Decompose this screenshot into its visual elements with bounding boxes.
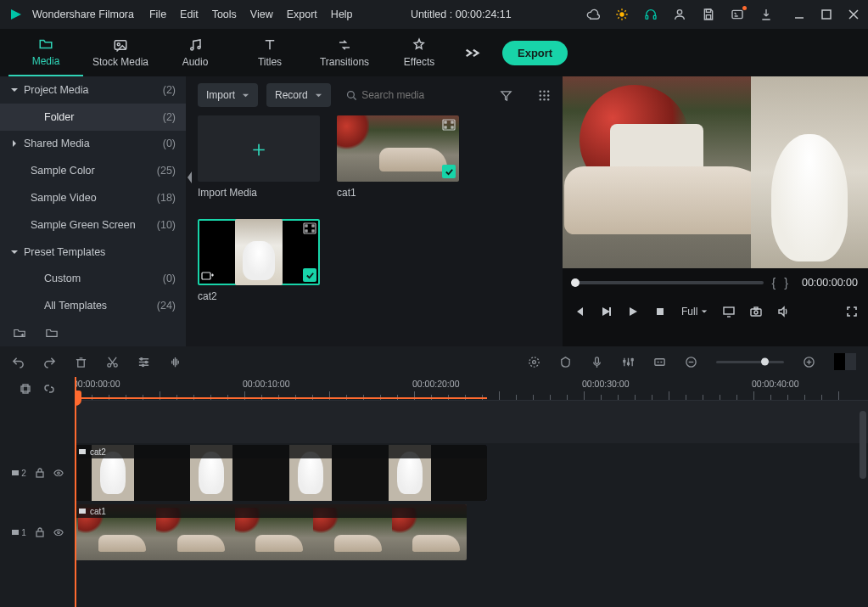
display-icon[interactable] xyxy=(723,306,735,318)
timeline-view-toggle[interactable] xyxy=(834,353,856,370)
save-icon[interactable] xyxy=(702,8,715,21)
eye-icon[interactable] xyxy=(53,469,64,477)
link-icon[interactable] xyxy=(43,383,55,395)
match-cut-icon[interactable] xyxy=(20,383,31,395)
grid-view-icon[interactable] xyxy=(538,89,551,102)
sidebar-item-sample-color[interactable]: Sample Color (25) xyxy=(0,157,186,184)
eye-icon[interactable] xyxy=(53,529,64,537)
render-icon[interactable] xyxy=(528,356,540,368)
more-tabs-icon[interactable] xyxy=(463,48,482,59)
prev-frame-icon[interactable] xyxy=(573,306,585,318)
sidebar-item-custom[interactable]: Custom (0) xyxy=(0,266,186,293)
idea-icon[interactable] xyxy=(615,8,629,21)
fullscreen-icon[interactable] xyxy=(846,306,858,318)
zoom-slider[interactable] xyxy=(716,361,784,363)
sidebar-item-sample-video[interactable]: Sample Video (18) xyxy=(0,184,186,211)
user-icon[interactable] xyxy=(673,8,686,21)
svg-point-68 xyxy=(57,531,59,534)
track-row-2[interactable]: cat2 xyxy=(75,443,868,503)
stop-icon[interactable] xyxy=(654,306,666,318)
sidebar-item-all-templates[interactable]: All Templates (24) xyxy=(0,292,186,319)
headphones-icon[interactable] xyxy=(644,8,658,21)
clip-cat1[interactable]: cat1 xyxy=(75,504,467,560)
svg-rect-36 xyxy=(202,273,210,279)
sidebar-item-shared-media[interactable]: Shared Media (0) xyxy=(0,131,186,158)
marker-icon[interactable] xyxy=(559,356,572,368)
search-input[interactable] xyxy=(339,83,491,107)
volume-icon[interactable] xyxy=(777,306,789,318)
clip-cat2[interactable]: cat2 xyxy=(75,445,487,501)
record-dropdown[interactable]: Record xyxy=(266,83,331,107)
export-button[interactable]: Export xyxy=(502,41,568,65)
tab-transitions[interactable]: Transitions xyxy=(307,29,382,76)
sidebar-item-preset-templates[interactable]: Preset Templates xyxy=(0,239,186,266)
lock-icon[interactable] xyxy=(35,527,45,537)
folder-icon[interactable] xyxy=(46,327,58,339)
preview-panel: { } 00:00:00:00 Full xyxy=(563,76,868,346)
collapse-handle-icon[interactable] xyxy=(185,170,193,185)
close-icon[interactable] xyxy=(848,8,860,20)
adjust-icon[interactable] xyxy=(137,356,150,368)
search-field[interactable] xyxy=(361,89,484,101)
svg-point-45 xyxy=(114,363,117,367)
tab-audio[interactable]: Audio xyxy=(158,29,232,76)
new-folder-icon[interactable] xyxy=(14,327,25,339)
menu-tools[interactable]: Tools xyxy=(212,8,237,20)
sidebar-item-sample-green-screen[interactable]: Sample Green Screen (10) xyxy=(0,211,186,239)
zoom-in-icon[interactable] xyxy=(803,356,815,368)
tab-media[interactable]: Media xyxy=(8,29,83,76)
lock-icon[interactable] xyxy=(35,468,45,478)
svg-rect-64 xyxy=(36,472,43,477)
svg-rect-6 xyxy=(732,10,742,18)
preview-size-dropdown[interactable]: Full xyxy=(681,306,708,318)
plus-icon: ＋ xyxy=(248,134,270,164)
tab-effects[interactable]: Effects xyxy=(382,29,456,76)
timeline-scrollbar[interactable] xyxy=(860,411,866,479)
track-row-1[interactable]: cat1 xyxy=(75,503,868,562)
mark-in-icon[interactable]: { xyxy=(772,276,776,289)
search-icon xyxy=(346,90,356,100)
svg-rect-27 xyxy=(445,121,446,123)
svg-rect-1 xyxy=(646,15,648,19)
maximize-icon[interactable] xyxy=(820,8,832,20)
media-import-card[interactable]: ＋ Import Media xyxy=(198,115,320,199)
add-to-timeline-icon[interactable] xyxy=(201,270,215,282)
audio-wave-icon[interactable] xyxy=(169,356,182,368)
undo-icon[interactable] xyxy=(12,356,25,368)
tab-stock-media[interactable]: Stock Media xyxy=(83,29,158,76)
download-icon[interactable] xyxy=(759,8,773,21)
preview-monitor[interactable] xyxy=(563,76,868,268)
mark-out-icon[interactable]: } xyxy=(784,276,788,289)
cloud-icon[interactable] xyxy=(586,8,600,21)
svg-rect-35 xyxy=(312,230,314,232)
sidebar-item-folder[interactable]: Folder (2) xyxy=(0,104,186,131)
caption-icon[interactable] xyxy=(653,356,666,368)
sidebar-item-project-media[interactable]: Project Media (2) xyxy=(0,76,186,104)
message-icon[interactable] xyxy=(731,8,744,21)
svg-rect-32 xyxy=(305,225,307,227)
cut-icon[interactable] xyxy=(106,356,119,368)
audio-mixer-icon[interactable] xyxy=(622,356,635,368)
snapshot-icon[interactable] xyxy=(750,306,762,318)
menu-export[interactable]: Export xyxy=(287,8,317,20)
menu-view[interactable]: View xyxy=(250,8,273,20)
menu-help[interactable]: Help xyxy=(331,8,353,20)
delete-icon[interactable] xyxy=(75,356,87,368)
preview-scrubber[interactable] xyxy=(573,281,764,284)
play-icon[interactable] xyxy=(627,306,639,318)
menu-edit[interactable]: Edit xyxy=(180,8,199,20)
zoom-out-icon[interactable] xyxy=(685,356,697,368)
media-item-cat2[interactable]: cat2 xyxy=(198,219,320,302)
minimize-icon[interactable] xyxy=(793,8,805,20)
text-icon xyxy=(262,37,277,53)
menu-file[interactable]: File xyxy=(149,8,166,20)
play-pause-icon[interactable] xyxy=(600,306,612,318)
timeline-tracks[interactable]: 00:00:00:00 00:00:10:00 00:00:20:00 00:0… xyxy=(75,377,868,607)
svg-point-47 xyxy=(145,361,147,363)
redo-icon[interactable] xyxy=(43,356,56,368)
mic-icon[interactable] xyxy=(591,356,603,368)
tab-titles[interactable]: Titles xyxy=(232,29,307,76)
filter-icon[interactable] xyxy=(500,89,512,102)
import-dropdown[interactable]: Import xyxy=(198,83,258,107)
media-item-cat1[interactable]: cat1 xyxy=(337,115,459,199)
